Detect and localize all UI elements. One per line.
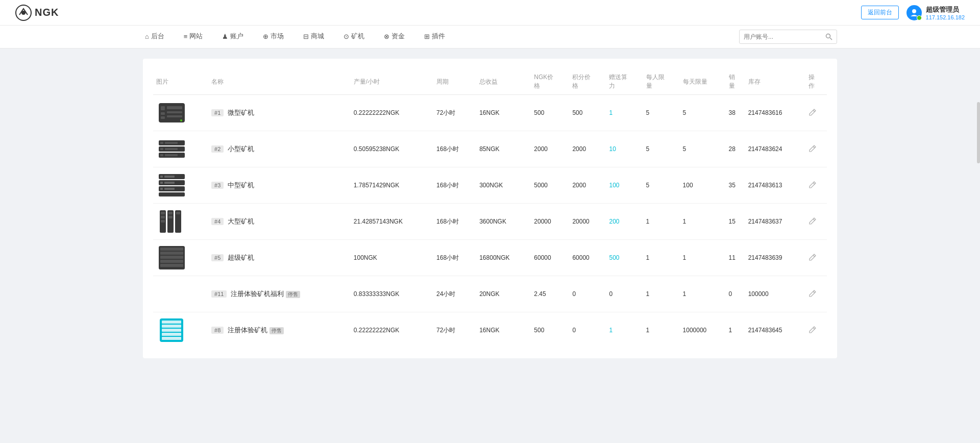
edit-icon (808, 108, 817, 116)
cell-sales: 38 (726, 95, 745, 131)
edit-button[interactable] (808, 145, 817, 154)
edit-button[interactable] (808, 327, 817, 335)
col-image: 图片 (153, 69, 208, 95)
cell-ngk-price: 2.45 (531, 276, 569, 312)
edit-button[interactable] (808, 290, 817, 299)
logo: NGK (15, 5, 59, 21)
svg-rect-38 (161, 212, 165, 214)
cell-period: 168小时 (433, 240, 476, 276)
cell-total-profit: 20NGK (476, 276, 531, 312)
svg-rect-17 (160, 142, 163, 144)
miner-image (156, 317, 187, 343)
nav-search (739, 30, 837, 44)
cell-action (805, 204, 827, 240)
home-icon: ⌂ (145, 33, 149, 40)
miner-image (156, 245, 187, 270)
cell-period: 168小时 (433, 204, 476, 240)
svg-rect-43 (176, 212, 180, 214)
cell-name: #5 超级矿机 (208, 240, 351, 276)
money-icon: ⊗ (384, 33, 389, 40)
nav-item-market[interactable]: ⊕ 市场 (261, 26, 286, 48)
cell-stock: 2147483639 (745, 240, 805, 276)
edit-icon (808, 181, 817, 189)
miner-id: #3 (211, 182, 224, 189)
cell-daily-limit: 5 (680, 95, 726, 131)
cell-per-limit: 5 (643, 95, 680, 131)
return-button[interactable]: 返回前台 (861, 6, 899, 19)
cell-stock: 2147483624 (745, 131, 805, 167)
nav-item-shop[interactable]: ⊟ 商城 (301, 26, 326, 48)
nav-item-plugin[interactable]: ⊞ 插件 (422, 26, 447, 48)
search-input[interactable] (740, 33, 821, 40)
search-button[interactable] (821, 33, 837, 40)
nav-label-shop: 商城 (311, 32, 324, 41)
svg-rect-41 (168, 212, 173, 214)
nav-label-account: 账户 (230, 32, 243, 41)
svg-rect-30 (160, 188, 163, 190)
svg-line-59 (813, 328, 815, 329)
edit-icon (808, 217, 817, 225)
cell-per-limit: 1 (643, 312, 680, 349)
miner-image (156, 281, 187, 307)
col-total-profit: 总收益 (476, 69, 531, 95)
cell-ngk-price: 500 (531, 95, 569, 131)
svg-rect-50 (160, 264, 183, 267)
cell-image (153, 95, 208, 131)
col-period: 周期 (433, 69, 476, 95)
cell-total-profit: 3600NGK (476, 204, 531, 240)
cell-stock: 2147483637 (745, 204, 805, 240)
cell-sales: 0 (726, 276, 745, 312)
cell-total-profit: 16800NGK (476, 240, 531, 276)
col-action: 操作 (805, 69, 827, 95)
cell-name: #3 中型矿机 (208, 167, 351, 204)
edit-button[interactable] (808, 218, 817, 227)
admin-ip: 117.152.16.182 (926, 14, 965, 20)
cell-sales: 28 (726, 131, 745, 167)
edit-button[interactable] (808, 182, 817, 190)
cell-name: #2 小型矿机 (208, 131, 351, 167)
cell-points-price: 2000 (569, 167, 606, 204)
nav: ⌂ 后台 ≡ 网站 ♟ 账户 ⊕ 市场 ⊟ 商城 ⊙ 矿机 ⊗ 资金 ⊞ 插件 (0, 26, 980, 48)
cell-per-limit: 1 (643, 276, 680, 312)
cell-period: 24小时 (433, 276, 476, 312)
table-row: #3 中型矿机 1.78571429NGK 168小时 300NGK 5000 … (153, 167, 827, 204)
cell-gift-power: 10 (606, 131, 643, 167)
cell-image (153, 131, 208, 167)
nav-item-account[interactable]: ♟ 账户 (220, 26, 246, 48)
cell-action (805, 95, 827, 131)
svg-line-34 (813, 183, 815, 184)
svg-rect-56 (162, 329, 181, 332)
nav-item-website[interactable]: ≡ 网站 (182, 26, 205, 48)
cell-total-profit: 300NGK (476, 167, 531, 204)
svg-line-44 (813, 219, 815, 220)
cell-points-price: 500 (569, 95, 606, 131)
svg-rect-33 (164, 188, 175, 190)
search-icon (825, 33, 832, 40)
svg-rect-31 (164, 176, 175, 178)
svg-rect-11 (167, 115, 182, 117)
miner-image (156, 136, 187, 162)
cell-output: 100NGK (351, 240, 433, 276)
col-stock: 库存 (745, 69, 805, 95)
svg-rect-39 (161, 216, 165, 218)
cell-sales: 35 (726, 167, 745, 204)
admin-info: 超级管理员 117.152.16.182 (906, 5, 965, 20)
edit-button[interactable] (808, 254, 817, 263)
user-icon: ♟ (222, 33, 228, 40)
cell-gift-power: 1 (606, 95, 643, 131)
scrollbar[interactable] (977, 102, 980, 163)
col-name: 名称 (208, 69, 351, 95)
cell-per-limit: 1 (643, 204, 680, 240)
edit-button[interactable] (808, 109, 817, 118)
cell-image (153, 167, 208, 204)
nav-item-miner[interactable]: ⊙ 矿机 (341, 26, 366, 48)
svg-line-13 (813, 110, 815, 112)
nav-item-dashboard[interactable]: ⌂ 后台 (143, 26, 166, 48)
svg-line-52 (813, 291, 815, 293)
col-gift-power: 赠送算力 (606, 69, 643, 95)
table-row: #2 小型矿机 0.50595238NGK 168小时 85NGK 2000 2… (153, 131, 827, 167)
cell-points-price: 60000 (569, 240, 606, 276)
nav-item-finance[interactable]: ⊗ 资金 (382, 26, 407, 48)
svg-rect-46 (160, 248, 183, 251)
nav-label-miner: 矿机 (351, 32, 364, 41)
